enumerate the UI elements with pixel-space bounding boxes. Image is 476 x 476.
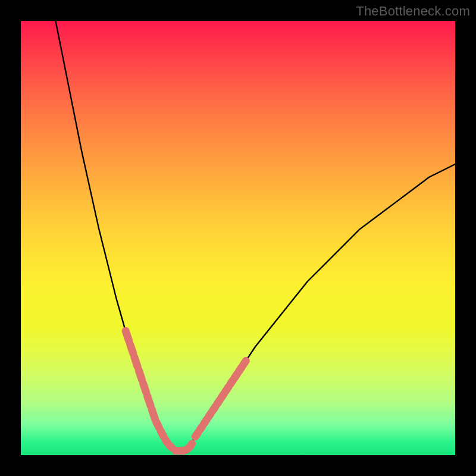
marker-segment: [156, 422, 159, 427]
marker-segment: [134, 357, 137, 367]
marker-segment: [190, 444, 192, 446]
marker-segment: [143, 383, 146, 393]
chart-container: TheBottleneck.com: [0, 0, 476, 476]
marker-segment: [161, 431, 164, 436]
curve-svg: [21, 21, 455, 455]
marker-segment: [130, 344, 133, 353]
marker-segment: [139, 370, 142, 380]
watermark-text: TheBottleneck.com: [356, 4, 470, 19]
marker-segment: [152, 409, 155, 419]
markers-right-branch: [195, 361, 246, 436]
markers-left-branch: [126, 331, 172, 448]
marker-segment: [148, 396, 151, 406]
marker-segment: [170, 445, 173, 448]
marker-segment: [243, 361, 246, 365]
plot-area: [21, 21, 455, 455]
bottleneck-curve-path: [55, 21, 455, 451]
markers-valley-floor: [176, 444, 192, 451]
marker-segment: [126, 331, 129, 340]
